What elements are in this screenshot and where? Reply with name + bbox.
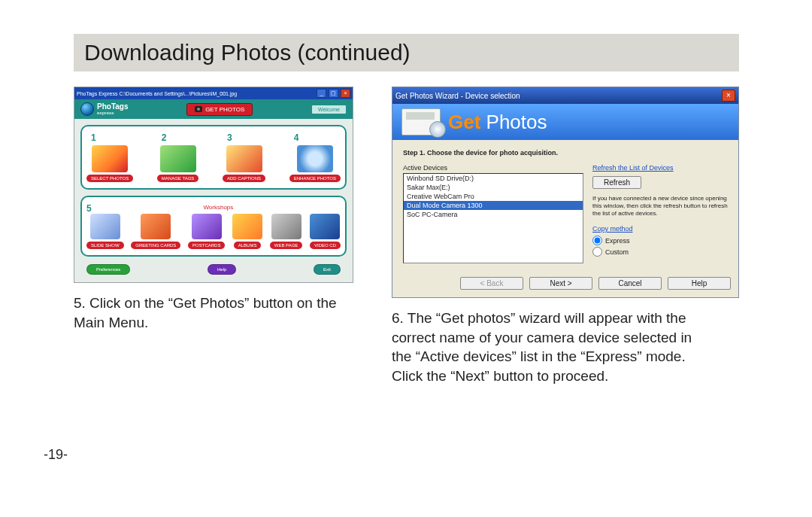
radio-express-input[interactable] — [592, 236, 602, 245]
back-button[interactable]: < Back — [460, 277, 523, 290]
radio-custom-input[interactable] — [592, 247, 602, 257]
right-caption: 6. The “Get photos” wizard will appear w… — [392, 309, 707, 386]
tile-label: ALBUMS — [234, 242, 262, 249]
tile-icon — [232, 214, 262, 239]
tile-label: SELECT PHOTOS — [86, 175, 133, 182]
section-workshops: 5 Workshops SLIDE SHOW GREETING CARDS PO… — [80, 196, 347, 257]
left-caption: 5. Click on the “Get Photos” button on t… — [74, 293, 362, 332]
section-top: 1 SELECT PHOTOS2 MANAGE TAGS3 ADD CAPTIO… — [80, 125, 347, 190]
scanner-icon — [401, 108, 441, 135]
tile-label: VIDEO CD — [310, 242, 341, 249]
tile-label: WEB PAGE — [270, 242, 303, 249]
step-label: Step 1. Choose the device for photo acqu… — [403, 149, 728, 157]
refresh-column: Refresh the List of Devices Refresh If y… — [592, 164, 728, 263]
device-list-item[interactable]: Creative WebCam Pro — [404, 192, 583, 201]
wizard-window: Get Photos Wizard - Device selection × G… — [392, 87, 739, 298]
menu-tile[interactable]: 1 SELECT PHOTOS — [86, 132, 133, 182]
refresh-hint: If you have connected a new device since… — [592, 195, 728, 217]
workshop-tile[interactable]: POSTCARDS — [188, 214, 225, 249]
tile-number: 3 — [227, 132, 232, 143]
tile-icon — [141, 214, 171, 239]
phostags-logo: PhoTags express — [80, 102, 128, 116]
content-columns: PhoTags Express C:\Documents and Setting… — [74, 87, 739, 386]
tile-label: POSTCARDS — [188, 242, 225, 249]
tile-label: SLIDE SHOW — [86, 242, 124, 249]
logo-text-2: express — [97, 111, 128, 115]
device-list-item[interactable]: Sakar Max(E:) — [404, 183, 583, 192]
page-title: Downloading Photos (continued) — [84, 40, 411, 65]
tile-label: ENHANCE PHOTOS — [289, 175, 341, 182]
active-devices-list[interactable]: Winbond SD Drive(D:)Sakar Max(E:)Creativ… — [403, 173, 583, 263]
radio-custom[interactable]: Custom — [592, 247, 728, 257]
workshop-tile[interactable]: GREETING CARDS — [131, 214, 180, 249]
bottom-buttons: Preferences Help Exit — [80, 263, 347, 276]
radio-custom-label: Custom — [605, 248, 629, 256]
radio-express-label: Express — [605, 237, 630, 245]
tile-icon — [226, 145, 262, 172]
next-button[interactable]: Next > — [529, 277, 592, 290]
menu-tile[interactable]: 3 ADD CAPTIONS — [223, 132, 265, 182]
banner-title: Get Photos — [448, 111, 547, 134]
workshop-tile[interactable]: WEB PAGE — [270, 214, 303, 249]
logo-text-1: PhoTags — [97, 103, 128, 111]
left-column: PhoTags Express C:\Documents and Setting… — [74, 87, 362, 386]
workshop-tile[interactable]: VIDEO CD — [310, 214, 341, 249]
minimize-icon[interactable]: _ — [317, 89, 326, 98]
tile-number: 1 — [91, 132, 96, 143]
phostags-window: PhoTags Express C:\Documents and Setting… — [74, 87, 353, 283]
banner-get: Get — [448, 111, 480, 133]
tile-number: 2 — [162, 132, 167, 143]
wizard-title-text: Get Photos Wizard - Device selection — [395, 92, 520, 100]
workshop-tile[interactable]: SLIDE SHOW — [86, 214, 124, 249]
tile-icon — [192, 214, 222, 239]
section-title: Workshops — [96, 204, 341, 211]
refresh-button[interactable]: Refresh — [592, 176, 641, 189]
copy-method-group: Copy method Express Custom — [592, 225, 728, 257]
radio-express[interactable]: Express — [592, 236, 728, 245]
banner-photos: Photos — [480, 111, 547, 133]
help-button[interactable]: Help — [668, 277, 731, 290]
tile-icon — [90, 214, 120, 239]
globe-icon — [80, 102, 94, 116]
active-devices-label: Active Devices — [403, 164, 582, 172]
refresh-link[interactable]: Refresh the List of Devices — [592, 164, 728, 172]
wizard-banner: Get Photos — [392, 104, 738, 140]
help-button[interactable]: Help — [208, 264, 236, 275]
menu-tile[interactable]: 4 ENHANCE PHOTOS — [289, 132, 341, 182]
devices-column: Active Devices Winbond SD Drive(D:)Sakar… — [403, 164, 582, 263]
menu-tile[interactable]: 2 MANAGE TAGS — [157, 132, 198, 182]
section-number: 5 — [86, 203, 92, 214]
workshop-tile[interactable]: ALBUMS — [232, 214, 262, 249]
tile-label: GREETING CARDS — [131, 242, 180, 249]
window-control-buttons[interactable]: _ ▢ × — [316, 89, 350, 98]
app-header: PhoTags express GET PHOTOS Welcome — [74, 99, 353, 119]
window-titlebar: PhoTags Express C:\Documents and Setting… — [74, 87, 353, 99]
preferences-button[interactable]: Preferences — [86, 264, 130, 275]
tile-label: ADD CAPTIONS — [223, 175, 265, 182]
device-list-item[interactable]: Winbond SD Drive(D:) — [404, 174, 583, 183]
tile-icon — [271, 214, 301, 239]
maximize-icon[interactable]: ▢ — [329, 89, 338, 98]
tile-icon — [297, 145, 333, 172]
window-title-text: PhoTags Express C:\Documents and Setting… — [77, 91, 237, 96]
close-icon[interactable]: × — [722, 90, 735, 102]
tile-icon — [310, 214, 340, 239]
close-icon[interactable]: × — [341, 89, 350, 98]
tile-label: MANAGE TAGS — [157, 175, 198, 182]
device-list-item[interactable]: Dual Mode Camera 1300 — [404, 201, 583, 210]
tile-icon — [92, 145, 128, 172]
tile-number: 4 — [294, 132, 299, 143]
wizard-footer: < Back Next > Cancel Help — [392, 272, 738, 297]
get-photos-button[interactable]: GET PHOTOS — [186, 103, 253, 116]
right-column: Get Photos Wizard - Device selection × G… — [392, 87, 739, 386]
tile-icon — [160, 145, 196, 172]
device-list-item[interactable]: SoC PC-Camera — [404, 210, 583, 219]
wizard-body: Step 1. Choose the device for photo acqu… — [392, 140, 738, 272]
wizard-titlebar: Get Photos Wizard - Device selection × — [392, 87, 738, 104]
page-title-bar: Downloading Photos (continued) — [74, 34, 739, 71]
exit-button[interactable]: Exit — [314, 264, 341, 275]
cancel-button[interactable]: Cancel — [598, 277, 662, 290]
app-body: 1 SELECT PHOTOS2 MANAGE TAGS3 ADD CAPTIO… — [74, 119, 353, 282]
get-photos-label: GET PHOTOS — [205, 106, 244, 113]
welcome-button[interactable]: Welcome — [311, 105, 347, 114]
